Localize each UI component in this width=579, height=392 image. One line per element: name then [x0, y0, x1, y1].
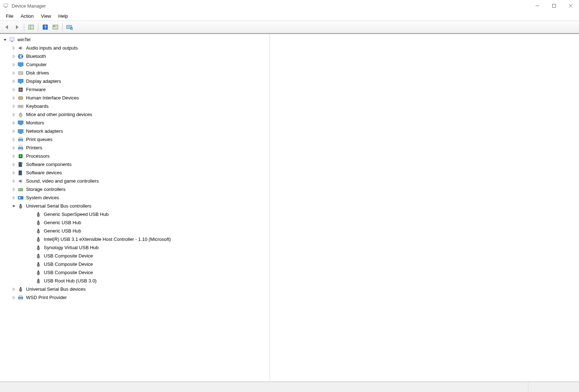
tree-device[interactable]: Generic USB Hub — [0, 218, 270, 227]
tree-item-label: USB Composite Device — [44, 253, 93, 259]
tree-category[interactable]: Print queues — [0, 135, 270, 144]
tree-device[interactable]: Intel(R) USB 3.1 eXtensible Host Control… — [0, 235, 270, 243]
chevron-right-icon[interactable] — [11, 70, 17, 76]
svg-rect-33 — [20, 124, 22, 125]
menu-action[interactable]: Action — [17, 13, 37, 20]
tree-device[interactable]: USB Root Hub (USB 3.0) — [0, 277, 270, 285]
tree-category[interactable]: Firmware — [0, 85, 270, 94]
tree-category[interactable]: Network adapters — [0, 127, 270, 135]
minimize-button[interactable] — [529, 0, 546, 12]
chevron-right-icon[interactable] — [11, 62, 17, 68]
chevron-right-icon[interactable] — [11, 103, 17, 109]
tree-category[interactable]: WSD Print Provider — [0, 293, 270, 302]
tree-category[interactable]: Human Interface Devices — [0, 94, 270, 102]
tree-item-label: WSD Print Provider — [26, 295, 67, 300]
svg-rect-74 — [19, 295, 22, 297]
tree-device[interactable]: Generic USB Hub — [0, 227, 270, 235]
computer-root-icon — [9, 37, 15, 43]
chevron-right-icon[interactable] — [11, 178, 17, 184]
chevron-right-icon[interactable] — [11, 45, 17, 51]
chevron-down-icon[interactable] — [11, 203, 17, 209]
svg-rect-55 — [38, 221, 39, 222]
svg-rect-46 — [19, 171, 22, 175]
tree-device[interactable]: Synology Virtual USB Hub — [0, 243, 270, 252]
chevron-right-icon[interactable] — [11, 145, 17, 151]
svg-rect-63 — [38, 254, 39, 255]
chevron-right-icon[interactable] — [11, 162, 17, 167]
tree-item-label: Software components — [26, 162, 72, 167]
menu-help[interactable]: Help — [55, 13, 72, 20]
tree-device[interactable]: USB Composite Device — [0, 268, 270, 277]
svg-rect-34 — [18, 129, 23, 133]
tree-category[interactable]: Universal Serial Bus controllers — [0, 202, 270, 210]
chevron-right-icon[interactable] — [11, 153, 17, 159]
tree-category[interactable]: Display adapters — [0, 77, 270, 85]
chevron-right-icon[interactable] — [11, 120, 17, 126]
usb-icon — [35, 211, 42, 218]
tree-item-label: Audio inputs and outputs — [26, 45, 78, 51]
chevron-down-icon[interactable] — [2, 37, 8, 43]
chevron-right-icon[interactable] — [11, 128, 17, 134]
tree-category[interactable]: Universal Serial Bus devices — [0, 285, 270, 293]
tree-category[interactable]: Sound, video and game controllers — [0, 177, 270, 185]
tree-category[interactable]: Audio inputs and outputs — [0, 44, 270, 52]
show-hide-tree-button[interactable] — [26, 22, 36, 32]
tree-category[interactable]: Bluetooth — [0, 52, 270, 60]
svg-rect-57 — [38, 229, 39, 230]
network-icon — [17, 128, 24, 135]
forward-button[interactable] — [12, 22, 22, 32]
chevron-right-icon[interactable] — [11, 87, 17, 93]
tree-category[interactable]: Mice and other pointing devices — [0, 110, 270, 119]
tree-category[interactable]: Monitors — [0, 119, 270, 127]
tree-category[interactable]: Disk drives — [0, 69, 270, 77]
tree-category[interactable]: Printers — [0, 144, 270, 152]
svg-rect-6 — [29, 25, 34, 29]
tree-root[interactable]: winTel — [0, 35, 270, 44]
svg-rect-16 — [11, 41, 13, 42]
tree-category[interactable]: Computer — [0, 60, 270, 69]
svg-rect-66 — [37, 264, 39, 267]
menu-file[interactable]: File — [2, 13, 17, 20]
svg-rect-47 — [18, 188, 23, 191]
chevron-right-icon[interactable] — [11, 137, 17, 142]
chevron-right-icon[interactable] — [11, 112, 17, 118]
svg-rect-23 — [20, 83, 22, 84]
chevron-right-icon[interactable] — [11, 170, 17, 176]
tree-item-label: Computer — [26, 62, 47, 67]
usb-icon — [35, 261, 42, 268]
tree-category[interactable]: Storage controllers — [0, 185, 270, 193]
tree-device[interactable]: USB Composite Device — [0, 260, 270, 268]
svg-rect-18 — [18, 63, 23, 66]
statusbar — [0, 382, 579, 392]
scan-hardware-button[interactable] — [65, 22, 74, 32]
properties-button[interactable] — [51, 22, 60, 32]
svg-rect-56 — [37, 222, 39, 225]
disk-icon — [17, 70, 24, 76]
chevron-right-icon[interactable] — [11, 78, 17, 84]
svg-rect-0 — [4, 4, 8, 7]
close-button[interactable] — [562, 0, 579, 12]
tree-category[interactable]: System devices — [0, 193, 270, 202]
maximize-button[interactable] — [546, 0, 562, 12]
firmware-icon — [17, 86, 24, 93]
chevron-right-icon[interactable] — [11, 54, 17, 59]
tree-category[interactable]: Software devices — [0, 169, 270, 177]
help-button[interactable]: ? — [41, 22, 50, 32]
arrow-left-icon — [4, 24, 10, 30]
tree-category[interactable]: Keyboards — [0, 102, 270, 110]
chevron-right-icon[interactable] — [11, 95, 17, 101]
tree-category[interactable]: Software components — [0, 160, 270, 169]
back-button[interactable] — [2, 22, 12, 32]
chevron-right-icon[interactable] — [11, 187, 17, 192]
tree-item-label: Generic USB Hub — [44, 220, 81, 225]
chevron-right-icon[interactable] — [11, 286, 17, 292]
tree-device[interactable]: Generic SuperSpeed USB Hub — [0, 210, 270, 218]
svg-rect-68 — [37, 272, 39, 275]
tree-device[interactable]: USB Composite Device — [0, 252, 270, 260]
menu-view[interactable]: View — [37, 13, 55, 20]
chevron-right-icon[interactable] — [11, 195, 17, 201]
chevron-right-icon[interactable] — [11, 295, 17, 301]
device-tree[interactable]: winTelAudio inputs and outputsBluetoothC… — [0, 34, 270, 382]
tree-category[interactable]: Processors — [0, 152, 270, 160]
svg-rect-72 — [20, 289, 22, 291]
